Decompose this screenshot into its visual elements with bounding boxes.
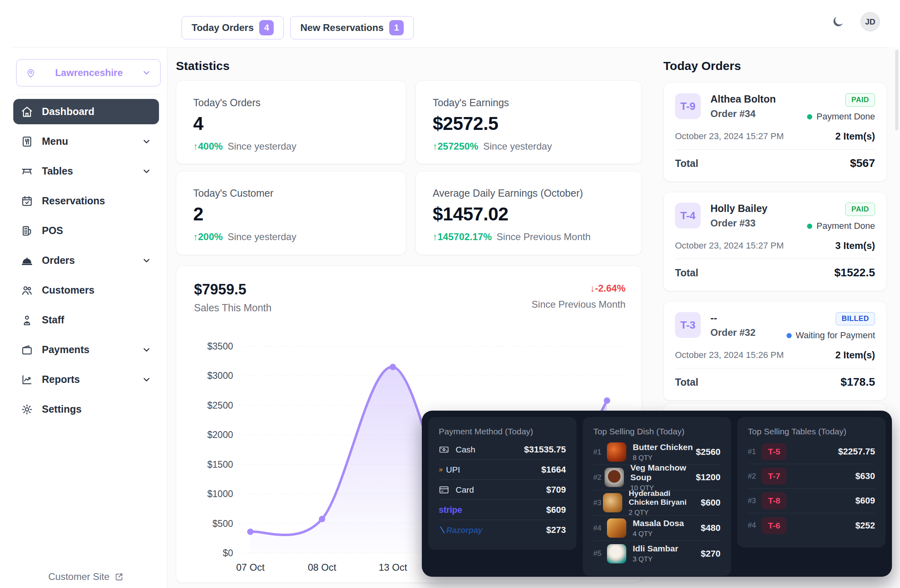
customer-site-link[interactable]: Customer Site xyxy=(48,571,124,582)
status-note-text: Waiting for Payment xyxy=(796,330,875,341)
payment-method-title: Payment Method (Today) xyxy=(439,427,566,436)
order-card-32[interactable]: T-3 -- Order #32 BILLED Waiting for Paym… xyxy=(663,301,887,401)
sidebar-item-orders[interactable]: Orders xyxy=(13,248,159,273)
dish-photo xyxy=(607,518,626,538)
sidebar-item-label: Customers xyxy=(42,284,95,296)
dish-photo xyxy=(603,493,622,512)
table-badge: T-6 xyxy=(762,517,786,534)
sidebar-item-customers[interactable]: Customers xyxy=(13,278,159,303)
wallet-icon xyxy=(21,344,33,356)
sidebar-item-staff[interactable]: Staff xyxy=(13,307,159,333)
table-rank: #1 xyxy=(748,448,762,456)
order-total-label: Total xyxy=(675,158,698,169)
stat-card-todays-earnings: Today's Earnings $2572.5 ↑257250% Since … xyxy=(415,80,642,164)
stat-card-average-daily-earnings: Average Daily Earnings (October) $1457.0… xyxy=(415,171,642,255)
dish-rank: #5 xyxy=(593,549,607,558)
dish-photo xyxy=(605,468,624,487)
user-avatar[interactable]: JD xyxy=(861,12,880,31)
today-orders-title: Today Orders xyxy=(663,59,741,73)
sidebar-item-label: Reservations xyxy=(42,195,105,207)
table-row: #1 T-5 $2257.75 xyxy=(748,440,875,464)
order-total-label: Total xyxy=(675,267,698,279)
order-customer: Althea Bolton xyxy=(710,93,776,105)
svg-text:07 Oct: 07 Oct xyxy=(236,562,265,573)
table-amount: $252 xyxy=(855,520,875,531)
sidebar-item-menu[interactable]: Menu xyxy=(13,129,159,154)
table-row: #3 T-8 $609 xyxy=(748,489,875,513)
sidebar-item-reports[interactable]: Reports xyxy=(13,367,159,392)
dish-rank: #2 xyxy=(593,473,605,482)
status-dot xyxy=(786,333,792,338)
sidebar-item-settings[interactable]: Settings xyxy=(13,397,159,422)
payment-method-panel: Payment Method (Today) Cash $31535.75 ››… xyxy=(428,417,576,550)
sidebar-item-pos[interactable]: POS xyxy=(13,218,159,243)
svg-text:$3000: $3000 xyxy=(207,370,233,381)
table-row: #2 T-7 $630 xyxy=(748,464,875,489)
stat-delta-up: ↑400% xyxy=(193,141,223,152)
status-dot xyxy=(807,224,812,229)
dish-amount: $600 xyxy=(701,498,720,508)
payment-amount: $609 xyxy=(546,505,566,515)
users-icon xyxy=(21,284,33,296)
table-rank: #4 xyxy=(748,521,762,530)
svg-text:$0: $0 xyxy=(223,548,233,558)
order-card-33[interactable]: T-4 Holly Bailey Order #33 PAID Payment … xyxy=(663,192,887,291)
order-divider xyxy=(675,149,875,150)
table-icon xyxy=(21,165,33,177)
dark-mode-toggle[interactable] xyxy=(830,14,846,30)
page-scrollbar[interactable] xyxy=(895,50,898,130)
status-note-text: Payment Done xyxy=(816,221,875,231)
cloche-icon xyxy=(21,255,33,267)
table-rank: #3 xyxy=(748,497,762,505)
dish-qty: 3 QTY xyxy=(633,555,678,563)
table-row: #4 T-6 $252 xyxy=(748,513,875,538)
status-dot xyxy=(807,114,812,119)
stat-period: Since yesterday xyxy=(483,141,552,152)
order-number: Order #32 xyxy=(710,327,756,338)
order-number: Order #33 xyxy=(710,218,768,229)
dish-row: #3 Hyderabadi Chicken Biryani2 QTY $600 xyxy=(593,490,720,516)
sidebar-item-tables[interactable]: Tables xyxy=(13,158,159,184)
sidebar-nav: Dashboard Menu Tables Reservations POS O… xyxy=(13,99,159,422)
table-badge: T-4 xyxy=(675,203,701,228)
dish-photo xyxy=(607,544,626,563)
sidebar-item-dashboard[interactable]: Dashboard xyxy=(13,99,159,124)
today-orders-count-badge: 4 xyxy=(259,20,274,35)
gear-icon xyxy=(21,403,33,415)
person-badge-icon xyxy=(21,314,33,326)
stat-delta-up: ↑257250% xyxy=(433,141,478,152)
location-select[interactable]: Lawrenceshire xyxy=(16,59,161,86)
stat-value: $2572.5 xyxy=(433,113,625,134)
dish-qty: 2 QTY xyxy=(629,509,701,517)
dish-photo xyxy=(607,442,626,462)
sidebar-item-reservations[interactable]: Reservations xyxy=(13,188,159,214)
payment-row-stripe: stripe $609 xyxy=(439,500,566,520)
order-divider xyxy=(675,259,875,259)
dish-row: #1 Butter Chicken8 QTY $2560 xyxy=(593,440,720,465)
sidebar-item-label: Orders xyxy=(42,255,75,266)
new-reservations-button-label: New Reservations xyxy=(300,22,384,33)
stat-period: Since Previous Month xyxy=(497,231,590,243)
order-card-34[interactable]: T-9 Althea Bolton Order #34 PAID Payment… xyxy=(663,82,887,182)
stat-period: Since yesterday xyxy=(227,231,296,243)
new-reservations-button[interactable]: New Reservations 1 xyxy=(290,16,414,39)
stat-period: Since yesterday xyxy=(227,141,296,152)
dish-row: #2 Veg Manchow Soup10 QTY $1200 xyxy=(593,465,720,490)
chevron-down-icon xyxy=(142,167,151,176)
order-divider xyxy=(675,368,875,368)
today-orders-button[interactable]: Today Orders 4 xyxy=(182,16,284,39)
sidebar-item-label: Tables xyxy=(42,165,73,177)
status-badge: BILLED xyxy=(836,312,875,325)
pos-terminal-icon xyxy=(21,225,33,237)
chevron-down-icon xyxy=(142,256,151,265)
dish-amount: $1200 xyxy=(696,472,720,483)
svg-text:$3500: $3500 xyxy=(207,341,233,352)
dish-name: Masala Dosa xyxy=(633,518,684,528)
dish-rank: #4 xyxy=(593,524,607,532)
table-badge: T-3 xyxy=(675,312,701,338)
payment-method-label: Razorpay xyxy=(446,526,483,535)
topbar-right-group: JD xyxy=(830,12,880,31)
sidebar-item-payments[interactable]: Payments xyxy=(13,337,159,362)
razorpay-logo: ⟍ xyxy=(439,525,445,535)
order-total-label: Total xyxy=(675,376,698,388)
